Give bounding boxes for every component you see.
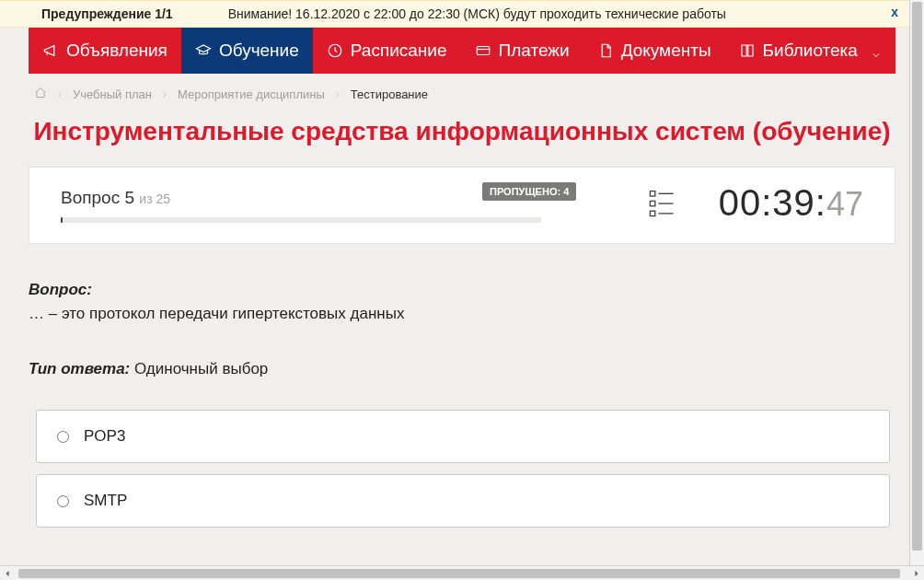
progress-bar [61, 217, 541, 223]
question-total: 25 [156, 191, 170, 206]
nav-label: Обучение [219, 41, 299, 61]
warning-close-button[interactable]: x [891, 5, 898, 19]
page-title: Инструментальные средства информационных… [29, 117, 895, 146]
question-label: Вопрос: [29, 281, 895, 299]
breadcrumb-current: Тестирование [351, 87, 428, 101]
countdown-timer: 00:39:47 [719, 182, 863, 224]
timer-seconds: 47 [826, 185, 863, 224]
of-word: из [139, 191, 152, 206]
answer-type-value: Одиночный выбор [134, 360, 268, 377]
graduation-cap-icon [195, 42, 212, 59]
answer-type-label: Тип ответа: [29, 360, 130, 377]
nav-label: Документы [621, 41, 711, 61]
status-card: Вопрос 5 из 25 ПРОПУЩЕНО: 4 [29, 167, 895, 244]
nav-label: Библиотека [763, 41, 858, 61]
option-text: POP3 [84, 427, 125, 446]
question-body: Вопрос: … – это протокол передачи гиперт… [29, 281, 895, 528]
document-icon [597, 42, 614, 59]
option-radio[interactable] [57, 495, 69, 507]
timer-main: 00:39: [719, 182, 826, 224]
warning-message: Внимание! 16.12.2020 с 22:00 до 22:30 (М… [173, 6, 726, 21]
svg-rect-1 [477, 47, 490, 55]
home-icon[interactable] [34, 87, 47, 102]
question-list-button[interactable] [648, 188, 676, 225]
scroll-right-arrow[interactable] [909, 566, 924, 581]
question-counter: Вопрос 5 из 25 [61, 188, 549, 208]
nav-learning[interactable]: Обучение [181, 28, 313, 74]
nav-library[interactable]: Библиотека [725, 28, 895, 74]
svg-rect-6 [650, 211, 654, 215]
scroll-thumb[interactable] [912, 2, 922, 551]
chevron-right-icon [334, 89, 341, 100]
nav-documents[interactable]: Документы [583, 28, 725, 74]
nav-label: Расписание [351, 41, 447, 61]
chevron-right-icon [161, 89, 168, 100]
nav-label: Платежи [499, 41, 570, 61]
main-nav: Объявления Обучение Расписание Платежи Д… [29, 28, 895, 74]
answer-option[interactable]: POP3 [36, 410, 890, 463]
horizontal-scrollbar[interactable] [0, 565, 924, 580]
chevron-right-icon [56, 89, 64, 100]
breadcrumb-link-plan[interactable]: Учебный план [73, 87, 152, 101]
answer-option[interactable]: SMTP [36, 474, 890, 528]
nav-payments[interactable]: Платежи [461, 28, 583, 74]
warning-bar: Предупреждение 1/1 Внимание! 16.12.2020 … [0, 0, 924, 28]
progress-fill [61, 217, 63, 223]
warning-label: Предупреждение 1/1 [0, 6, 173, 21]
vertical-scrollbar[interactable] [909, 0, 924, 565]
chevron-down-icon [871, 45, 882, 56]
question-word: Вопрос [61, 188, 120, 207]
card-icon [475, 42, 491, 59]
megaphone-icon [42, 42, 59, 59]
svg-rect-2 [650, 191, 654, 196]
nav-announcements[interactable]: Объявления [29, 28, 181, 74]
svg-rect-4 [650, 201, 654, 205]
option-text: SMTP [84, 492, 127, 510]
breadcrumb: Учебный план Мероприятие дисциплины Тест… [29, 74, 895, 111]
question-text: … – это протокол передачи гипертекстовых… [29, 305, 895, 323]
nav-schedule[interactable]: Расписание [313, 28, 461, 74]
book-icon [739, 42, 756, 59]
scroll-left-arrow[interactable] [0, 566, 15, 581]
skipped-badge: ПРОПУЩЕНО: 4 [482, 182, 576, 201]
option-radio[interactable] [57, 431, 69, 443]
answer-type-row: Тип ответа: Одиночный выбор [29, 360, 895, 378]
nav-label: Объявления [66, 41, 167, 61]
scroll-track[interactable] [15, 567, 909, 580]
scroll-thumb[interactable] [18, 569, 900, 578]
clock-icon [327, 42, 343, 59]
breadcrumb-link-event[interactable]: Мероприятие дисциплины [178, 87, 325, 101]
answer-options: POP3 SMTP [36, 410, 890, 528]
question-number: 5 [124, 188, 134, 207]
